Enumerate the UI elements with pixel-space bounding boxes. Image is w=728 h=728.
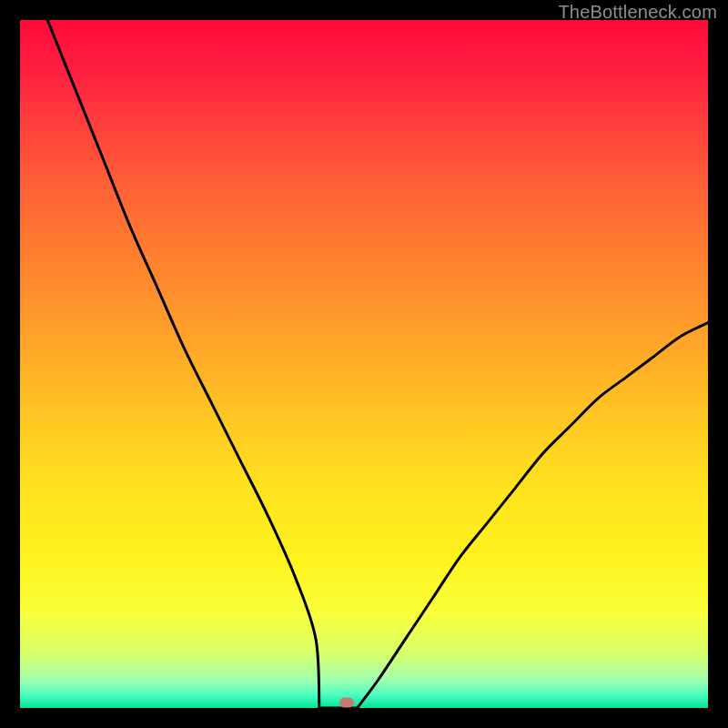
gradient-plot-area xyxy=(20,20,708,708)
credit-text: TheBottleneck.com xyxy=(558,2,717,23)
optimal-marker xyxy=(339,697,354,707)
curve-path xyxy=(47,20,708,708)
chart-frame: TheBottleneck.com xyxy=(0,0,728,728)
bottleneck-curve xyxy=(20,20,708,708)
